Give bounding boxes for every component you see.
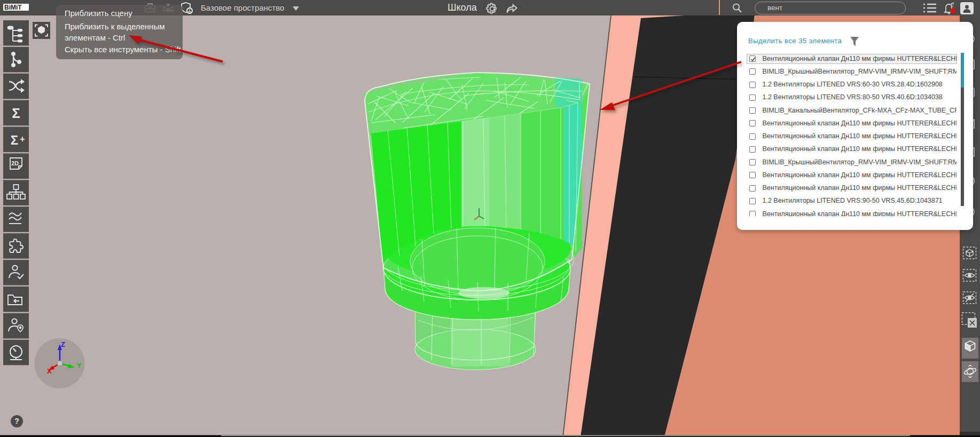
svg-text:Y: Y (77, 361, 82, 369)
svg-text:Σ: Σ (12, 105, 20, 121)
svg-text:Σ: Σ (11, 133, 18, 147)
svg-text:+: + (20, 134, 25, 144)
svg-text:2D: 2D (11, 160, 19, 166)
svg-text:Z: Z (61, 340, 65, 348)
